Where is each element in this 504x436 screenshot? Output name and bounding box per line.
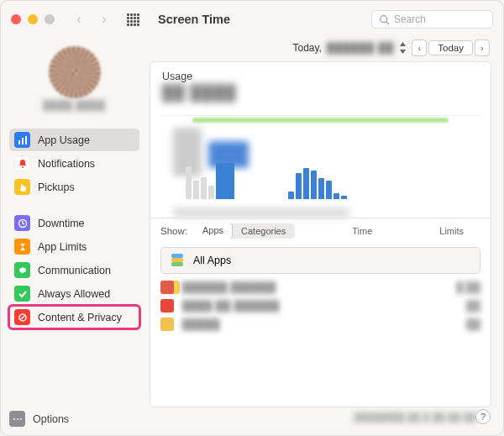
sidebar-item-communication[interactable]: Communication <box>9 259 139 281</box>
svg-rect-2 <box>18 140 20 144</box>
forward-button[interactable]: › <box>95 10 113 29</box>
sidebar-item-label: Notifications <box>38 158 95 170</box>
sidebar-item-content-and-privacy[interactable]: Content & Privacy <box>9 306 139 328</box>
all-apps-row[interactable]: All Apps <box>160 247 480 274</box>
sidebar-item-pickups[interactable]: Pickups <box>9 176 139 198</box>
app-time: █ ██ <box>447 281 480 293</box>
hand-icon <box>14 179 30 195</box>
search-field[interactable]: Search <box>371 10 493 29</box>
check-icon <box>14 286 30 302</box>
all-apps-label: All Apps <box>193 255 231 266</box>
app-row[interactable]: ████ ██ ██████ ██ <box>160 299 480 313</box>
svg-line-9 <box>20 315 25 320</box>
usage-panel: Usage ██ ████ <box>150 61 491 407</box>
help-button[interactable]: ? <box>475 409 491 424</box>
ellipsis-icon: ⋯ <box>9 411 25 427</box>
search-placeholder: Search <box>394 13 426 25</box>
next-day-button[interactable]: › <box>475 39 490 56</box>
show-row: Show: Apps Categories Time Limits <box>150 218 491 244</box>
sidebar-item-app-limits[interactable]: App Limits <box>9 235 139 258</box>
sidebar-item-label: Content & Privacy <box>38 312 122 323</box>
sidebar-group-restrictions: Downtime App Limits Communication <box>9 212 139 328</box>
user-name: ████ ████ <box>9 100 139 110</box>
chart-axis-blur <box>173 207 349 218</box>
avatar[interactable] <box>49 46 101 98</box>
app-row[interactable]: ██████ ██████ █ ██ <box>160 281 480 294</box>
sidebar-item-label: App Limits <box>38 241 87 253</box>
sidebar-item-label: App Usage <box>38 134 90 146</box>
usage-total: ██ ████ <box>162 84 479 102</box>
sidebar-item-app-usage[interactable]: App Usage <box>9 129 139 151</box>
app-row[interactable]: █████ ██ <box>160 318 480 331</box>
close-window-button[interactable] <box>11 14 21 24</box>
sidebar-item-options[interactable]: ⋯ Options <box>9 411 139 427</box>
svg-point-7 <box>19 267 26 272</box>
no-sign-icon <box>14 309 30 325</box>
sidebar-item-notifications[interactable]: Notifications <box>9 152 139 175</box>
sidebar: ████ ████ App Usage Notifications <box>1 38 148 435</box>
sidebar-item-always-allowed[interactable]: Always Allowed <box>9 282 139 305</box>
zoom-window-button[interactable] <box>45 14 55 24</box>
footer-note: ████████ ██ █ ██ ██ ██ <box>165 412 476 422</box>
stack-icon <box>170 253 185 268</box>
search-icon <box>379 14 390 25</box>
show-all-prefs-button[interactable] <box>127 13 139 26</box>
app-name: ████ ██ ██████ <box>182 300 438 312</box>
hourglass-icon <box>14 239 30 255</box>
column-limits: Limits <box>439 226 464 236</box>
app-list: ██████ ██████ █ ██ ████ ██ ██████ ██ ███… <box>150 277 491 336</box>
back-button[interactable]: ‹ <box>70 10 88 29</box>
chart-limit-line <box>192 118 449 123</box>
app-name: █████ <box>182 318 438 330</box>
sidebar-item-label: Downtime <box>38 218 85 229</box>
chart-bars <box>186 136 464 199</box>
date-stepper-icon[interactable] <box>399 42 407 54</box>
sidebar-group-usage: App Usage Notifications Pickups <box>9 129 139 198</box>
clock-icon <box>14 215 30 231</box>
date-value: ██████ ██ <box>327 42 394 54</box>
svg-point-0 <box>381 15 387 22</box>
app-icon <box>160 299 174 313</box>
column-time: Time <box>352 226 372 236</box>
usage-chart <box>160 115 480 214</box>
minimize-window-button[interactable] <box>28 14 38 24</box>
chat-icon <box>14 262 30 278</box>
titlebar: ‹ › Screen Time Search <box>1 1 503 38</box>
window-title: Screen Time <box>158 13 230 26</box>
svg-rect-4 <box>25 136 27 144</box>
tab-apps[interactable]: Apps <box>194 223 233 239</box>
chart-bar-icon <box>14 132 30 148</box>
date-header: Today, ██████ ██ ‹ Today › <box>150 39 491 56</box>
sidebar-item-label: Options <box>33 413 69 425</box>
svg-line-1 <box>386 21 389 24</box>
svg-point-5 <box>22 166 24 168</box>
sidebar-item-label: Pickups <box>38 181 75 193</box>
app-time: ██ <box>447 300 480 312</box>
sidebar-item-label: Communication <box>38 265 111 276</box>
today-prefix: Today, <box>292 42 321 54</box>
svg-rect-3 <box>22 138 24 144</box>
sidebar-item-label: Always Allowed <box>38 288 110 300</box>
show-segmented-control[interactable]: Apps Categories <box>194 223 295 239</box>
app-name: ██████ ██████ <box>182 281 438 293</box>
app-icon <box>160 281 174 294</box>
tab-categories[interactable]: Categories <box>232 223 295 239</box>
traffic-lights <box>11 14 55 24</box>
prev-day-button[interactable]: ‹ <box>412 39 427 56</box>
app-icon <box>160 318 174 331</box>
show-label: Show: <box>160 226 187 236</box>
usage-title: Usage <box>162 71 479 82</box>
bell-icon <box>14 155 30 171</box>
today-button[interactable]: Today <box>428 40 473 55</box>
sidebar-item-downtime[interactable]: Downtime <box>9 212 139 234</box>
app-time: ██ <box>447 318 480 330</box>
